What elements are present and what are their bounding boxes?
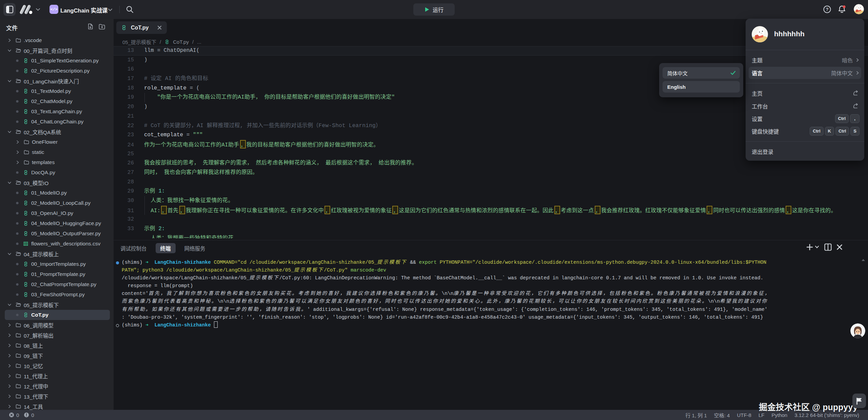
svg-text:?: ?: [826, 7, 829, 12]
